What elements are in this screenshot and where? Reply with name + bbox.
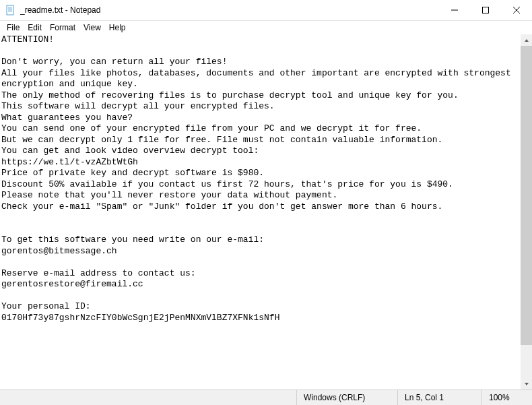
titlebar: _readme.txt - Notepad (0, 0, 532, 21)
minimize-button[interactable] (439, 0, 470, 20)
maximize-button[interactable] (470, 0, 501, 20)
window-controls (439, 0, 532, 20)
scroll-up-button[interactable] (521, 34, 532, 46)
window-title: _readme.txt - Notepad (20, 5, 439, 15)
menu-view[interactable]: View (79, 22, 105, 34)
vertical-scrollbar[interactable] (521, 34, 532, 390)
scroll-track[interactable] (521, 46, 532, 378)
menu-help[interactable]: Help (105, 22, 130, 34)
svg-rect-6 (483, 7, 489, 13)
svg-marker-9 (525, 39, 529, 42)
menu-file[interactable]: File (3, 22, 24, 34)
statusbar: Windows (CRLF) Ln 5, Col 1 100% (0, 390, 532, 405)
scroll-thumb[interactable] (521, 46, 532, 345)
menu-format[interactable]: Format (46, 22, 79, 34)
menu-edit[interactable]: Edit (24, 22, 46, 34)
document-text[interactable]: ATTENTION! Don't worry, you can return a… (0, 34, 532, 323)
status-position: Ln 5, Col 1 (397, 390, 481, 405)
scroll-down-button[interactable] (521, 378, 532, 390)
menubar: File Edit Format View Help (0, 21, 532, 34)
close-button[interactable] (501, 0, 532, 20)
notepad-icon (5, 5, 16, 15)
status-encoding: Windows (CRLF) (296, 390, 397, 405)
editor-area: ATTENTION! Don't worry, you can return a… (0, 34, 532, 390)
status-zoom: 100% (481, 390, 532, 405)
svg-marker-10 (525, 383, 529, 385)
